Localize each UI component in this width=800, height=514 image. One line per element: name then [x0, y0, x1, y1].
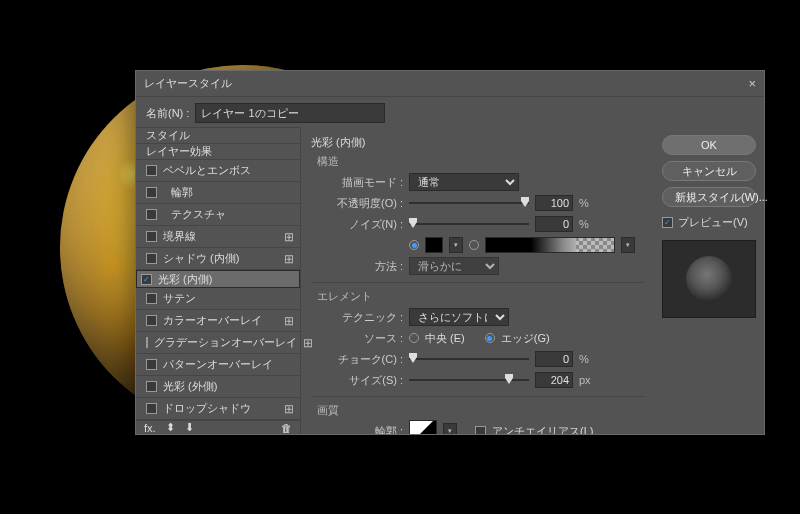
style-row-1[interactable]: 輪郭	[136, 182, 300, 204]
style-label: 光彩 (外側)	[163, 379, 294, 394]
fx-icon[interactable]: fx.	[144, 422, 156, 434]
dialog-title: レイヤースタイル	[144, 76, 748, 91]
choke-input[interactable]	[535, 351, 573, 367]
style-row-5[interactable]: 光彩 (内側)	[136, 270, 300, 288]
close-icon[interactable]: ×	[748, 76, 756, 91]
antialias-checkbox[interactable]	[475, 426, 486, 435]
opacity-input[interactable]	[535, 195, 573, 211]
size-label: サイズ(S) :	[311, 373, 403, 388]
style-checkbox[interactable]	[146, 231, 157, 242]
cancel-button[interactable]: キャンセル	[662, 161, 756, 181]
plus-icon[interactable]: ⊞	[284, 314, 294, 328]
noise-label: ノイズ(N) :	[311, 217, 403, 232]
style-checkbox[interactable]	[146, 337, 148, 348]
source-label: ソース :	[311, 331, 403, 346]
style-label: テクスチャ	[163, 207, 294, 222]
style-row-3[interactable]: 境界線⊞	[136, 226, 300, 248]
preview-thumbnail	[662, 240, 756, 318]
settings-column: 光彩 (内側) 構造 描画モード : 通常 不透明度(O) : % ノイズ(N)…	[301, 127, 654, 434]
style-checkbox[interactable]	[146, 381, 157, 392]
plus-icon[interactable]: ⊞	[284, 252, 294, 266]
technique-select[interactable]: さらにソフトに	[409, 308, 509, 326]
opacity-slider[interactable]	[409, 196, 529, 210]
style-row-2[interactable]: テクスチャ	[136, 204, 300, 226]
layer-effects-header[interactable]: レイヤー効果	[136, 144, 300, 160]
choke-slider[interactable]	[409, 352, 529, 366]
right-column: OK キャンセル 新規スタイル(W)... プレビュー(V)	[654, 127, 764, 434]
gradient-radio[interactable]	[469, 240, 479, 250]
structure-header: 構造	[317, 154, 644, 169]
style-checkbox[interactable]	[146, 165, 157, 176]
contour-dropdown-icon[interactable]: ▾	[443, 423, 457, 434]
titlebar[interactable]: レイヤースタイル ×	[136, 71, 764, 97]
plus-icon[interactable]: ⊞	[284, 402, 294, 416]
style-checkbox[interactable]	[146, 253, 157, 264]
gradient-swatch[interactable]	[485, 237, 615, 253]
choke-label: チョーク(C) :	[311, 352, 403, 367]
style-label: カラーオーバーレイ	[163, 313, 278, 328]
quality-header: 画質	[317, 403, 644, 418]
style-label: 光彩 (内側)	[158, 272, 295, 287]
source-center-radio[interactable]	[409, 333, 419, 343]
style-checkbox[interactable]	[146, 359, 157, 370]
style-checkbox[interactable]	[146, 187, 157, 198]
color-radio[interactable]	[409, 240, 419, 250]
style-label: ベベルとエンボス	[163, 163, 294, 178]
preview-checkbox[interactable]	[662, 217, 673, 228]
size-input[interactable]	[535, 372, 573, 388]
name-row: 名前(N) :	[136, 97, 764, 127]
blend-mode-select[interactable]: 通常	[409, 173, 519, 191]
color-swatch[interactable]	[425, 237, 443, 253]
contour-picker[interactable]	[409, 420, 437, 434]
layer-style-dialog: レイヤースタイル × 名前(N) : スタイル レイヤー効果 ベベルとエンボス輪…	[135, 70, 765, 435]
styles-column: スタイル レイヤー効果 ベベルとエンボス輪郭テクスチャ境界線⊞シャドウ (内側)…	[136, 127, 301, 434]
style-row-9[interactable]: パターンオーバーレイ	[136, 354, 300, 376]
style-row-7[interactable]: カラーオーバーレイ⊞	[136, 310, 300, 332]
preview-label: プレビュー(V)	[678, 215, 748, 230]
arrow-up-down-icon[interactable]: ⬍	[166, 421, 175, 434]
style-checkbox[interactable]	[146, 403, 157, 414]
element-header: エレメント	[317, 289, 644, 304]
gradient-dropdown-icon[interactable]: ▾	[621, 237, 635, 253]
style-label: ドロップシャドウ	[163, 401, 278, 416]
style-label: サテン	[163, 291, 294, 306]
style-label: 境界線	[163, 229, 278, 244]
style-row-6[interactable]: サテン	[136, 288, 300, 310]
opacity-label: 不透明度(O) :	[311, 196, 403, 211]
trash-icon[interactable]: 🗑	[281, 422, 292, 434]
new-style-button[interactable]: 新規スタイル(W)...	[662, 187, 756, 207]
panel-title: 光彩 (内側)	[311, 135, 644, 150]
styles-footer: fx. ⬍ ⬇ 🗑	[136, 420, 300, 434]
size-slider[interactable]	[409, 373, 529, 387]
style-row-10[interactable]: 光彩 (外側)	[136, 376, 300, 398]
style-checkbox[interactable]	[146, 315, 157, 326]
method-select: 滑らかに	[409, 257, 499, 275]
method-label: 方法 :	[311, 259, 403, 274]
style-label: パターンオーバーレイ	[163, 357, 294, 372]
style-row-4[interactable]: シャドウ (内側)⊞	[136, 248, 300, 270]
style-row-0[interactable]: ベベルとエンボス	[136, 160, 300, 182]
source-edge-radio[interactable]	[485, 333, 495, 343]
style-row-11[interactable]: ドロップシャドウ⊞	[136, 398, 300, 420]
ok-button[interactable]: OK	[662, 135, 756, 155]
swatch-dropdown-icon[interactable]: ▾	[449, 237, 463, 253]
style-label: 輪郭	[163, 185, 294, 200]
blend-mode-label: 描画モード :	[311, 175, 403, 190]
layer-name-input[interactable]	[195, 103, 385, 123]
noise-input[interactable]	[535, 216, 573, 232]
contour-label: 輪郭 :	[311, 424, 403, 435]
style-checkbox[interactable]	[141, 274, 152, 285]
styles-header[interactable]: スタイル	[136, 127, 300, 144]
style-row-8[interactable]: グラデーションオーバーレイ⊞	[136, 332, 300, 354]
style-checkbox[interactable]	[146, 209, 157, 220]
style-label: シャドウ (内側)	[163, 251, 278, 266]
plus-icon[interactable]: ⊞	[284, 230, 294, 244]
technique-label: テクニック :	[311, 310, 403, 325]
name-label: 名前(N) :	[146, 106, 189, 121]
style-checkbox[interactable]	[146, 293, 157, 304]
style-label: グラデーションオーバーレイ	[154, 335, 297, 350]
noise-slider[interactable]	[409, 217, 529, 231]
arrow-down-icon[interactable]: ⬇	[185, 421, 194, 434]
